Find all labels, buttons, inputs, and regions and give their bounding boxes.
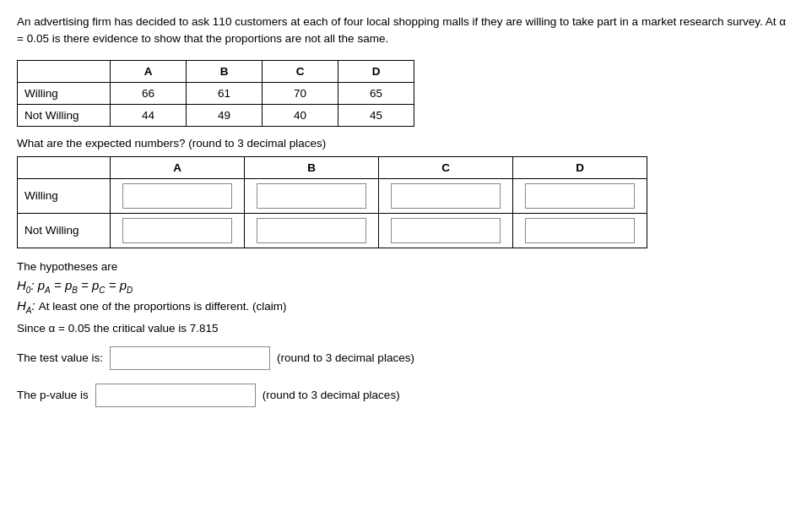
test-value-input[interactable]: [110, 346, 270, 370]
p-value-input[interactable]: [95, 384, 256, 407]
expected-not-willing-label: Not Willing: [18, 213, 111, 248]
expected-willing-b-input[interactable]: [257, 183, 366, 209]
observed-col-b: B: [187, 60, 263, 82]
observed-col-d: D: [338, 60, 414, 82]
expected-numbers-label: What are the expected numbers? (round to…: [17, 137, 795, 150]
expected-willing-a-cell: [111, 178, 245, 213]
expected-not-willing-c-input[interactable]: [391, 218, 501, 243]
expected-not-willing-a-input[interactable]: [122, 218, 232, 243]
expected-not-willing-d-cell: [513, 213, 647, 248]
expected-not-willing-c-cell: [379, 213, 513, 248]
expected-willing-c-input[interactable]: [391, 183, 501, 209]
not-willing-c: 40: [263, 104, 338, 126]
expected-willing-b-cell: [245, 178, 379, 213]
not-willing-d: 45: [338, 104, 414, 126]
ha-label: HA:: [17, 298, 35, 315]
expected-col-c: C: [379, 156, 513, 178]
willing-d: 65: [338, 82, 414, 104]
ha-text: At least one of the proportions is diffe…: [39, 300, 287, 313]
not-willing-b: 49: [187, 104, 263, 126]
critical-value-text: Since α = 0.05 the critical value is 7.8…: [17, 322, 795, 335]
test-value-note: (round to 3 decimal places): [277, 351, 414, 364]
hypotheses-title: The hypotheses are: [17, 260, 795, 273]
expected-table: A B C D Willing Not Willing: [17, 156, 647, 248]
expected-not-willing-a-cell: [111, 213, 245, 248]
ha-line: HA: At least one of the proportions is d…: [17, 298, 795, 315]
test-value-label: The test value is:: [17, 351, 103, 364]
hypotheses-section: The hypotheses are H0: pA = pB = pC = pD…: [17, 260, 795, 315]
not-willing-a: 44: [111, 104, 187, 126]
expected-willing-d-cell: [513, 178, 647, 213]
h0-label: H0: pA = pB = pC = pD: [17, 278, 133, 295]
willing-a: 66: [111, 82, 187, 104]
expected-not-willing-d-input[interactable]: [525, 218, 635, 243]
p-value-note: (round to 3 decimal places): [263, 389, 400, 401]
observed-col-a: A: [111, 60, 187, 82]
expected-not-willing-b-cell: [245, 213, 379, 248]
expected-col-a: A: [111, 156, 245, 178]
expected-col-d: D: [513, 156, 647, 178]
willing-label: Willing: [18, 82, 111, 104]
expected-willing-d-input[interactable]: [525, 183, 635, 209]
not-willing-label: Not Willing: [18, 104, 111, 126]
observed-col-c: C: [263, 60, 338, 82]
p-value-row: The p-value is (round to 3 decimal place…: [17, 384, 795, 407]
corner-cell: [18, 60, 111, 82]
p-value-label: The p-value is: [17, 389, 89, 401]
observed-table: A B C D Willing 66 61 70 65 Not Willing …: [17, 60, 414, 127]
expected-corner: [18, 156, 111, 178]
willing-c: 70: [263, 82, 338, 104]
expected-willing-a-input[interactable]: [122, 183, 232, 209]
test-value-row: The test value is: (round to 3 decimal p…: [17, 346, 795, 370]
expected-not-willing-b-input[interactable]: [257, 218, 366, 243]
expected-col-b: B: [245, 156, 379, 178]
intro-text: An advertising firm has decided to ask 1…: [17, 14, 795, 48]
willing-b: 61: [187, 82, 263, 104]
expected-willing-c-cell: [379, 178, 513, 213]
h0-line: H0: pA = pB = pC = pD: [17, 278, 795, 295]
expected-willing-label: Willing: [18, 178, 111, 213]
